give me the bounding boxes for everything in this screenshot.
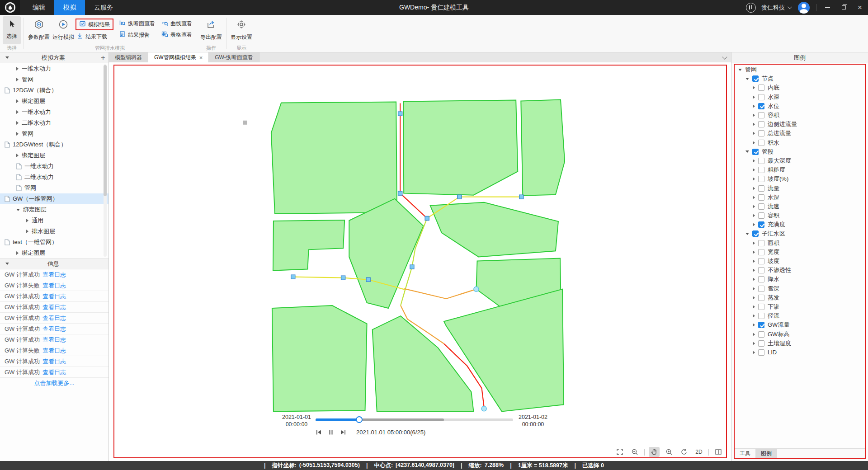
caret-down-icon[interactable] [16, 209, 20, 211]
subcatchment-polygon[interactable] [430, 202, 558, 257]
checkbox-unchecked[interactable] [758, 304, 764, 310]
caret-right-icon[interactable] [753, 342, 755, 345]
caret-right-icon[interactable] [753, 104, 755, 108]
skip-to-end-button[interactable] [340, 429, 346, 435]
scheme-tree-item[interactable]: test（一维管网） [0, 237, 108, 248]
document-tab[interactable]: GW管网模拟结果× [148, 52, 209, 62]
zoom-extent-button[interactable] [629, 447, 640, 457]
zoom-in-button[interactable] [664, 447, 675, 457]
legend-bottom-tab[interactable]: 图例 [756, 449, 777, 458]
caret-right-icon[interactable] [16, 251, 19, 255]
caret-right-icon[interactable] [26, 230, 28, 233]
document-icon[interactable] [16, 185, 22, 191]
caret-right-icon[interactable] [16, 99, 19, 103]
caret-right-icon[interactable] [753, 259, 755, 263]
junction-node[interactable] [410, 265, 414, 269]
checkbox-unchecked[interactable] [758, 340, 764, 347]
checkbox-unchecked[interactable] [758, 240, 764, 246]
checkbox-unchecked[interactable] [758, 286, 764, 292]
checkbox-unchecked[interactable] [758, 331, 764, 338]
pause-button[interactable] [328, 429, 334, 435]
checkbox-unchecked[interactable] [758, 176, 764, 182]
caret-down-icon[interactable] [745, 78, 749, 80]
checkbox-unchecked[interactable] [758, 158, 764, 164]
view-log-link[interactable]: 查看日志 [42, 303, 66, 311]
legend-tree-item[interactable]: 流量 [735, 183, 865, 193]
scheme-tree-item[interactable]: 一维水动力 [0, 107, 108, 118]
checkbox-unchecked[interactable] [758, 276, 764, 282]
checkbox-checked[interactable] [758, 221, 764, 228]
caret-right-icon[interactable] [753, 122, 755, 126]
legend-bottom-tab[interactable]: 工具 [735, 449, 756, 458]
legend-tree-item[interactable]: 土壤湿度 [735, 339, 865, 348]
document-icon[interactable] [5, 141, 10, 148]
checkbox-unchecked[interactable] [758, 121, 764, 127]
menu-tab[interactable]: 编辑 [24, 0, 54, 15]
checkbox-unchecked[interactable] [758, 203, 764, 210]
legend-tree-item[interactable]: 雪深 [735, 284, 865, 293]
caret-right-icon[interactable] [753, 113, 755, 117]
close-tab-icon[interactable]: × [199, 54, 203, 61]
legend-tree-item[interactable]: 积水 [735, 138, 865, 147]
document-tab[interactable]: GW-纵断面查看 [209, 52, 259, 62]
scheme-tree-item[interactable]: 二维水动力 [0, 118, 108, 128]
caret-right-icon[interactable] [753, 196, 755, 199]
legend-tree-item[interactable]: 内底 [735, 83, 865, 92]
caret-right-icon[interactable] [753, 333, 755, 336]
timeline-slider[interactable] [316, 418, 513, 421]
tabstrip-chevron-icon[interactable] [722, 54, 727, 59]
junction-node[interactable] [398, 191, 402, 195]
caret-right-icon[interactable] [753, 187, 755, 190]
load-more-link[interactable]: 点击加载更多... [0, 378, 108, 389]
result-report-button[interactable]: 结果报告 [118, 30, 156, 40]
result-download-button[interactable]: 结果下载 [75, 32, 113, 42]
caret-right-icon[interactable] [753, 250, 755, 254]
caret-right-icon[interactable] [753, 314, 755, 318]
legend-tree-item[interactable]: 水深 [735, 193, 865, 202]
junction-node[interactable] [366, 277, 370, 282]
junction-node[interactable] [341, 276, 345, 280]
checkbox-unchecked[interactable] [758, 249, 764, 255]
menu-tab[interactable]: 云服务 [85, 0, 122, 15]
legend-tree-item[interactable]: 容积 [735, 211, 865, 220]
legend-tree-item[interactable]: 径流 [735, 311, 865, 320]
checkbox-unchecked[interactable] [758, 194, 764, 201]
junction-node[interactable] [519, 195, 524, 199]
caret-right-icon[interactable] [753, 177, 755, 181]
scheme-tree-item[interactable]: 12DGWtest（耦合） [0, 139, 108, 150]
scheme-tree-item[interactable]: 管网 [0, 183, 108, 193]
legend-tree-item[interactable]: LID [735, 348, 865, 357]
legend-tree-item[interactable]: 坡度(%) [735, 174, 865, 183]
company-name[interactable]: 贵仁科技 [761, 4, 785, 12]
checkbox-unchecked[interactable] [758, 313, 764, 319]
scheme-tree-item[interactable]: 一维水动力 [0, 63, 108, 74]
checkbox-checked[interactable] [752, 75, 759, 82]
simulation-result-button[interactable]: 模拟结果 [78, 19, 111, 29]
map-canvas[interactable]: 2021-01-0100:00:00 2021-01-0200:00:00 [109, 62, 731, 461]
caret-right-icon[interactable] [753, 168, 755, 172]
scheme-tree-item[interactable]: 二维水动力 [0, 172, 108, 183]
caret-down-icon[interactable] [745, 150, 749, 153]
caret-right-icon[interactable] [16, 154, 19, 157]
checkbox-unchecked[interactable] [758, 349, 764, 356]
legend-tree-item[interactable]: 粗糙度 [735, 165, 865, 174]
select-tool-button[interactable]: 选择 [3, 16, 21, 44]
checkbox-unchecked[interactable] [758, 140, 764, 146]
caret-right-icon[interactable] [753, 205, 755, 208]
caret-right-icon[interactable] [26, 219, 28, 222]
caret-right-icon[interactable] [753, 223, 755, 226]
view-log-link[interactable]: 查看日志 [42, 325, 66, 333]
legend-tree-item[interactable]: 子汇水区 [735, 229, 865, 238]
tree-scrollbar[interactable] [104, 64, 107, 257]
menu-tab[interactable]: 模拟 [54, 0, 85, 15]
view-log-link[interactable]: 查看日志 [42, 292, 66, 301]
legend-tree-item[interactable]: 最大深度 [735, 156, 865, 165]
scheme-tree-item[interactable]: 管网 [0, 74, 108, 85]
export-config-button[interactable]: 导出配置 [199, 16, 223, 44]
subcatchment-polygon[interactable] [272, 306, 367, 411]
junction-node[interactable] [458, 195, 462, 199]
junction-node[interactable] [425, 216, 429, 220]
curve-view-button[interactable]: 曲线查看 [160, 19, 193, 28]
caret-right-icon[interactable] [753, 351, 755, 354]
caret-right-icon[interactable] [753, 323, 755, 327]
